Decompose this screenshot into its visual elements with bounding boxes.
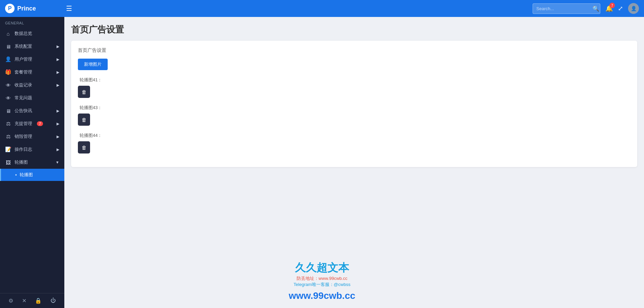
arrow-icon-7: ▶: [57, 135, 59, 139]
add-image-button[interactable]: 新增图片: [78, 59, 108, 70]
sidebar-item-faq[interactable]: 👁 常见问题: [0, 91, 64, 104]
sidebar-label-announcements: 公告快讯: [15, 108, 32, 114]
banner-label-44: 轮播图44：: [80, 132, 630, 139]
sidebar: GENERAL ⌂ 数据总览 🖥 系统配置 ▶ 👤 用户管理 ▶ 🎁 套餐管理 …: [0, 17, 64, 308]
sidebar-label-user-management: 用户管理: [15, 56, 32, 62]
search-input[interactable]: [536, 6, 591, 11]
sidebar-label-package-management: 套餐管理: [15, 69, 32, 75]
sidebar-item-package-management[interactable]: 🎁 套餐管理 ▶: [0, 66, 64, 79]
lock-icon[interactable]: 🔒: [35, 297, 42, 304]
arrow-icon-9: ▼: [56, 160, 59, 164]
home-icon: ⌂: [5, 31, 11, 37]
sidebar-item-income-records[interactable]: 👁 收益记录 ▶: [0, 79, 64, 91]
user-avatar[interactable]: 👤: [628, 3, 639, 14]
announce-icon: 🖥: [5, 108, 11, 114]
notification-badge: 7: [609, 3, 615, 8]
arrow-icon-6: ▶: [57, 122, 59, 126]
logo-icon: [5, 4, 15, 13]
expand-button[interactable]: ⤢: [618, 5, 623, 12]
sidebar-item-banner[interactable]: 🖼 轮播图 ▼: [0, 156, 64, 169]
delete-icon-41: 🗑: [82, 89, 87, 95]
sidebar-section-label: GENERAL: [0, 17, 64, 27]
main-layout: GENERAL ⌂ 数据总览 🖥 系统配置 ▶ 👤 用户管理 ▶ 🎁 套餐管理 …: [0, 17, 644, 308]
sidebar-label-recharge-management: 充提管理: [15, 121, 32, 127]
search-icon: 🔍: [593, 5, 599, 12]
sidebar-item-system-config[interactable]: 🖥 系统配置 ▶: [0, 40, 64, 53]
menu-toggle-button[interactable]: ☰: [66, 4, 72, 13]
logo-area: Prince: [5, 4, 59, 13]
sidebar-sub-label-banner: 轮播图: [20, 172, 33, 178]
monitor-icon: 🖥: [5, 44, 11, 49]
sales-icon: ⚖: [5, 134, 11, 140]
package-icon: 🎁: [5, 69, 11, 75]
settings-icon[interactable]: ⚙: [8, 297, 13, 304]
user-icon: 👤: [5, 56, 11, 62]
main-content: 首页广告设置 首页广告设置 新增图片 轮播图41： 🗑 轮播图43： 🗑 轮播图…: [64, 17, 644, 308]
sidebar-label-system-config: 系统配置: [15, 43, 32, 49]
eye-icon: 👁: [5, 82, 11, 88]
content-card: 首页广告设置 新增图片 轮播图41： 🗑 轮播图43： 🗑 轮播图44： 🗑: [71, 41, 637, 167]
banner-item-43: 轮播图43： 🗑: [78, 105, 630, 126]
sidebar-label-operation-logs: 操作日志: [15, 146, 32, 152]
sidebar-label-sales-management: 销毁管理: [15, 134, 32, 140]
header-left: Prince ☰: [5, 4, 72, 13]
header-right: 🔍 🔔 7 ⤢ 👤: [533, 3, 639, 14]
sidebar-footer: ⚙ ✕ 🔒 ⏻: [0, 293, 64, 308]
logs-icon: 📝: [5, 146, 11, 152]
banner-label-41: 轮播图41：: [80, 77, 630, 83]
power-icon[interactable]: ⏻: [50, 297, 56, 304]
banner-item-44: 轮播图44： 🗑: [78, 132, 630, 153]
sidebar-item-announcements[interactable]: 🖥 公告快讯 ▶: [0, 104, 64, 117]
notification-button[interactable]: 🔔 7: [605, 5, 613, 12]
banner-label-43: 轮播图43：: [80, 105, 630, 111]
recharge-badge: 7: [37, 121, 43, 126]
arrow-icon-4: ▶: [57, 83, 59, 87]
sidebar-item-sales-management[interactable]: ⚖ 销毁管理 ▶: [0, 130, 64, 143]
delete-icon-43: 🗑: [82, 117, 87, 123]
sidebar-label-dashboard: 数据总览: [15, 30, 32, 37]
arrow-icon-5: ▶: [57, 109, 59, 113]
banner-icon: 🖼: [5, 160, 11, 165]
arrow-icon: ▶: [57, 44, 59, 49]
search-box[interactable]: 🔍: [533, 3, 600, 14]
card-title: 首页广告设置: [78, 47, 630, 54]
sidebar-label-income-records: 收益记录: [15, 82, 32, 88]
arrow-icon-8: ▶: [57, 147, 59, 152]
sidebar-item-operation-logs[interactable]: 📝 操作日志 ▶: [0, 143, 64, 156]
banner-delete-button-41[interactable]: 🗑: [78, 86, 90, 98]
banner-item-41: 轮播图41： 🗑: [78, 77, 630, 98]
sidebar-item-recharge-management[interactable]: ⚖ 充提管理 7 ▶: [0, 117, 64, 130]
recharge-icon: ⚖: [5, 121, 11, 127]
arrow-icon-3: ▶: [57, 70, 59, 75]
close-icon[interactable]: ✕: [22, 297, 26, 304]
sidebar-item-user-management[interactable]: 👤 用户管理 ▶: [0, 53, 64, 66]
banner-delete-button-43[interactable]: 🗑: [78, 114, 90, 126]
arrow-icon-2: ▶: [57, 57, 59, 62]
sidebar-item-dashboard[interactable]: ⌂ 数据总览: [0, 27, 64, 40]
sidebar-label-faq: 常见问题: [15, 95, 32, 101]
page-title: 首页广告设置: [71, 24, 637, 36]
sidebar-label-banner: 轮播图: [15, 159, 28, 165]
delete-icon-44: 🗑: [82, 145, 87, 150]
faq-icon: 👁: [5, 95, 11, 101]
app-name: Prince: [17, 5, 36, 12]
banner-delete-button-44[interactable]: 🗑: [78, 141, 90, 153]
sidebar-sub-item-banner[interactable]: 轮播图: [0, 169, 64, 181]
top-header: Prince ☰ 🔍 🔔 7 ⤢ 👤: [0, 0, 644, 17]
